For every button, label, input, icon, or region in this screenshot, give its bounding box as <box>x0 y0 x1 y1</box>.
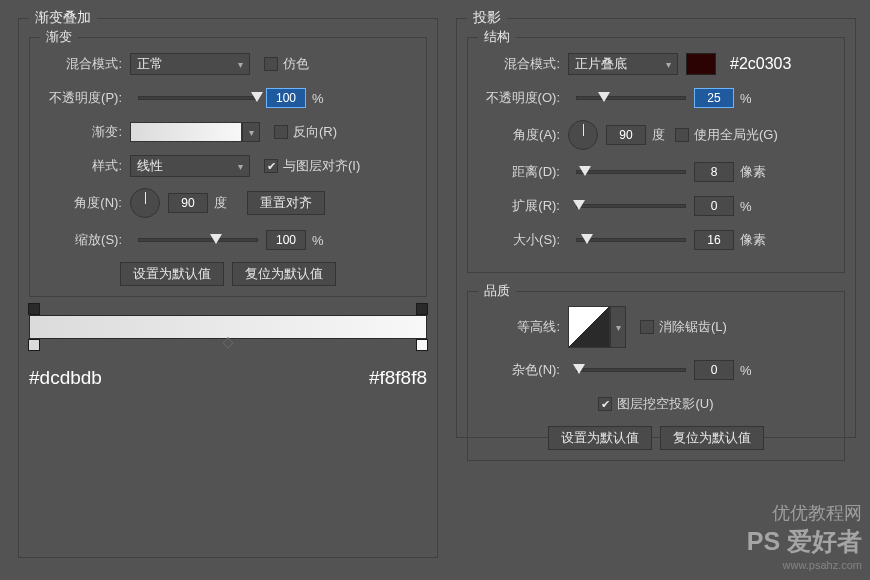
group-title: 结构 <box>478 28 516 46</box>
size-unit: 像素 <box>740 231 766 249</box>
set-default-button[interactable]: 设置为默认值 <box>548 426 652 450</box>
blend-mode-label: 混合模式: <box>478 55 568 73</box>
watermark-line1: 优优教程网 <box>747 502 862 525</box>
angle-unit: 度 <box>652 126 665 144</box>
chevron-down-icon: ▾ <box>666 59 671 70</box>
opacity-input[interactable] <box>694 88 734 108</box>
opacity-input[interactable] <box>266 88 306 108</box>
knockout-checkbox[interactable] <box>598 397 612 411</box>
blend-mode-label: 混合模式: <box>40 55 130 73</box>
panel-title: 投影 <box>467 9 507 27</box>
watermark-line3: www.psahz.com <box>747 558 862 572</box>
noise-slider[interactable] <box>576 368 686 372</box>
dither-checkbox[interactable] <box>264 57 278 71</box>
global-light-checkbox[interactable] <box>675 128 689 142</box>
distance-unit: 像素 <box>740 163 766 181</box>
angle-label: 角度(A): <box>478 126 568 144</box>
spread-input[interactable] <box>694 196 734 216</box>
contour-label: 等高线: <box>478 318 568 336</box>
knockout-label: 图层挖空投影(U) <box>617 395 713 413</box>
spread-slider[interactable] <box>576 204 686 208</box>
opacity-slider[interactable] <box>138 96 258 100</box>
quality-group: 品质 等高线: ▾ 消除锯齿(L) 杂色(N): % 图层挖空投影(U) 设置为… <box>467 291 845 461</box>
distance-label: 距离(D): <box>478 163 568 181</box>
antialias-checkbox[interactable] <box>640 320 654 334</box>
gradient-label: 渐变: <box>40 123 130 141</box>
blend-mode-value: 正片叠底 <box>575 55 627 73</box>
contour-swatch[interactable] <box>568 306 610 348</box>
style-label: 样式: <box>40 157 130 175</box>
opacity-unit: % <box>740 91 752 106</box>
contour-picker[interactable]: ▾ <box>568 306 626 348</box>
chevron-down-icon[interactable]: ▾ <box>242 122 260 142</box>
group-title: 品质 <box>478 282 516 300</box>
align-label: 与图层对齐(I) <box>283 157 360 175</box>
shadow-color-swatch[interactable] <box>686 53 716 75</box>
blend-mode-select[interactable]: 正常 ▾ <box>130 53 250 75</box>
scale-slider[interactable] <box>138 238 258 242</box>
gradient-group: 渐变 混合模式: 正常 ▾ 仿色 不透明度(P): % 渐变: ▾ <box>29 37 427 297</box>
opacity-label: 不透明度(O): <box>478 89 568 107</box>
scale-unit: % <box>312 233 324 248</box>
drop-shadow-panel: 投影 结构 混合模式: 正片叠底 ▾ #2c0303 不透明度(O): % 角度… <box>456 18 856 438</box>
blend-mode-value: 正常 <box>137 55 163 73</box>
align-checkbox[interactable] <box>264 159 278 173</box>
reverse-checkbox[interactable] <box>274 125 288 139</box>
gradient-overlay-panel: 渐变叠加 渐变 混合模式: 正常 ▾ 仿色 不透明度(P): % 渐变: <box>18 18 438 558</box>
watermark-line2: PS 爱好者 <box>747 527 862 555</box>
opacity-label: 不透明度(P): <box>40 89 130 107</box>
size-slider[interactable] <box>576 238 686 242</box>
size-label: 大小(S): <box>478 231 568 249</box>
scale-label: 缩放(S): <box>40 231 130 249</box>
noise-label: 杂色(N): <box>478 361 568 379</box>
panel-title: 渐变叠加 <box>29 9 97 27</box>
group-title: 渐变 <box>40 28 78 46</box>
size-input[interactable] <box>694 230 734 250</box>
spread-label: 扩展(R): <box>478 197 568 215</box>
watermark: 优优教程网 PS 爱好者 www.psahz.com <box>747 502 862 572</box>
distance-slider[interactable] <box>576 170 686 174</box>
reset-default-button[interactable]: 复位为默认值 <box>232 262 336 286</box>
reset-align-button[interactable]: 重置对齐 <box>247 191 325 215</box>
structure-group: 结构 混合模式: 正片叠底 ▾ #2c0303 不透明度(O): % 角度(A)… <box>467 37 845 273</box>
opacity-slider[interactable] <box>576 96 686 100</box>
chevron-down-icon: ▾ <box>238 59 243 70</box>
noise-unit: % <box>740 363 752 378</box>
angle-unit: 度 <box>214 194 227 212</box>
angle-input[interactable] <box>168 193 208 213</box>
angle-dial[interactable] <box>568 120 598 150</box>
shadow-color-hex: #2c0303 <box>730 55 791 73</box>
reverse-label: 反向(R) <box>293 123 337 141</box>
color-stop-left[interactable] <box>28 339 40 351</box>
noise-input[interactable] <box>694 360 734 380</box>
reset-default-button[interactable]: 复位为默认值 <box>660 426 764 450</box>
style-select[interactable]: 线性 ▾ <box>130 155 250 177</box>
opacity-unit: % <box>312 91 324 106</box>
set-default-button[interactable]: 设置为默认值 <box>120 262 224 286</box>
angle-dial[interactable] <box>130 188 160 218</box>
gradient-picker[interactable]: ▾ <box>130 122 260 142</box>
gradient-editor: #dcdbdb #f8f8f8 <box>29 315 427 389</box>
chevron-down-icon: ▾ <box>238 161 243 172</box>
opacity-stop-right[interactable] <box>416 303 428 315</box>
blend-mode-select[interactable]: 正片叠底 ▾ <box>568 53 678 75</box>
style-value: 线性 <box>137 157 163 175</box>
opacity-stop-left[interactable] <box>28 303 40 315</box>
distance-input[interactable] <box>694 162 734 182</box>
spread-unit: % <box>740 199 752 214</box>
color-stop-right[interactable] <box>416 339 428 351</box>
angle-label: 角度(N): <box>40 194 130 212</box>
color-hex-right: #f8f8f8 <box>369 367 427 389</box>
global-light-label: 使用全局光(G) <box>694 126 778 144</box>
dither-label: 仿色 <box>283 55 309 73</box>
midpoint-marker[interactable] <box>222 337 233 348</box>
gradient-bar[interactable] <box>29 315 427 339</box>
scale-input[interactable] <box>266 230 306 250</box>
gradient-swatch[interactable] <box>130 122 242 142</box>
chevron-down-icon[interactable]: ▾ <box>610 306 626 348</box>
color-hex-left: #dcdbdb <box>29 367 102 389</box>
angle-input[interactable] <box>606 125 646 145</box>
antialias-label: 消除锯齿(L) <box>659 318 727 336</box>
